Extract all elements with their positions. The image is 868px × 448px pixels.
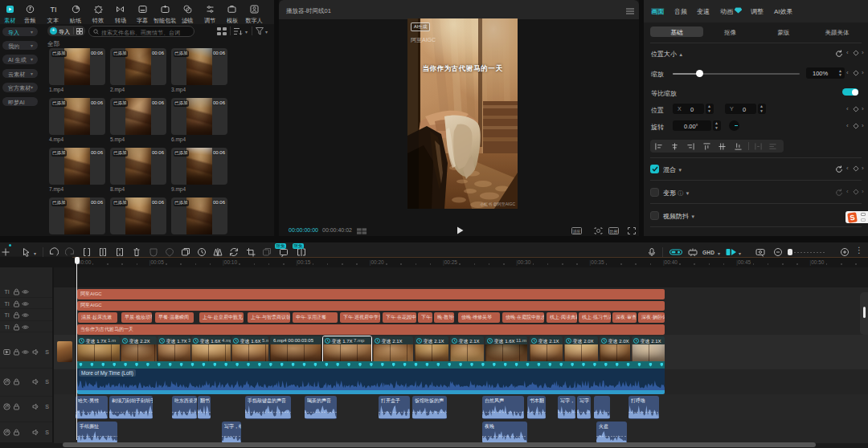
svg-text:适应: 适应 — [573, 229, 581, 234]
svg-text:S: S — [45, 349, 49, 355]
svg-text:S: S — [45, 379, 49, 385]
svg-text:TI: TI — [4, 324, 9, 330]
svg-text:TI: TI — [50, 6, 56, 14]
svg-text:TI: TI — [4, 289, 9, 295]
svg-text:比例: 比例 — [610, 229, 618, 234]
svg-text:TI: TI — [4, 301, 9, 307]
svg-text:S: S — [45, 430, 49, 435]
svg-text:TI: TI — [4, 312, 9, 318]
svg-text:S: S — [45, 404, 49, 409]
